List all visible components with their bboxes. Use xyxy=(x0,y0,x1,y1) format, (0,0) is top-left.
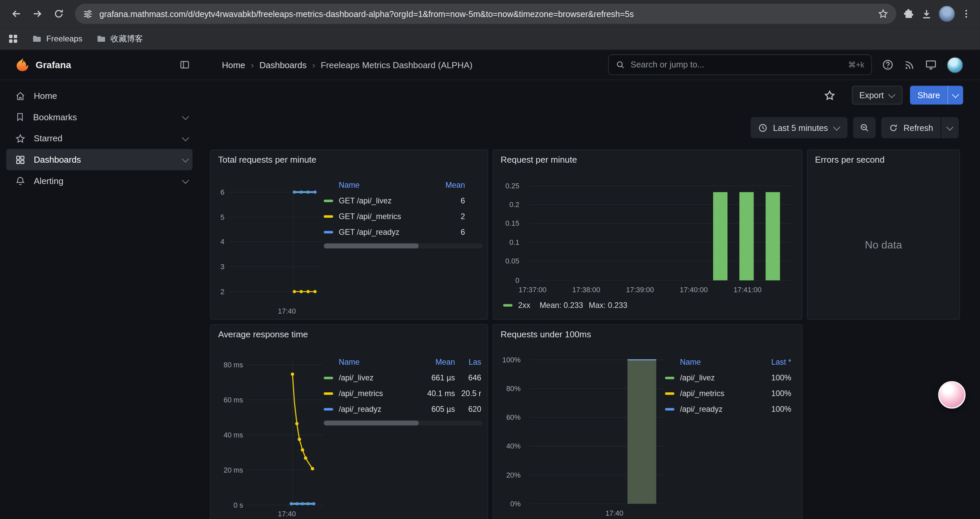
scrollbar-thumb[interactable] xyxy=(324,420,419,425)
monitor-icon[interactable] xyxy=(925,59,937,71)
legend-row[interactable]: /api/_livez 661 µs 646 xyxy=(324,370,483,385)
bookmark-folder-blogs[interactable]: 收藏博客 xyxy=(91,30,148,47)
zoom-out-icon xyxy=(859,123,869,133)
time-range-label: Last 5 minutes xyxy=(773,123,828,132)
y-tick: 40 ms xyxy=(215,431,243,439)
legend-row[interactable]: /api/_metrics 40.1 ms 20.5 r xyxy=(324,385,483,401)
legend-row[interactable]: GET /api/_readyz 6 xyxy=(324,224,483,240)
y-tick: 0.2 xyxy=(498,200,519,209)
breadcrumb-home[interactable]: Home xyxy=(222,60,245,70)
legend-row[interactable]: /api/_readyz 100% xyxy=(665,401,794,417)
refresh-button[interactable]: Refresh xyxy=(881,117,941,138)
address-bar[interactable]: grafana.mathmast.com/d/deytv4rwavabkb/fr… xyxy=(75,4,896,24)
legend-col-mean[interactable]: Mean xyxy=(418,358,455,367)
dock-sidebar-button[interactable] xyxy=(180,59,190,70)
series-name[interactable]: 2xx xyxy=(518,301,530,310)
chevron-down-icon[interactable] xyxy=(183,178,189,184)
site-settings-icon[interactable] xyxy=(83,8,93,19)
sidebar-item-starred[interactable]: Starred xyxy=(0,128,199,149)
back-button[interactable] xyxy=(6,4,26,24)
grafana-logo-icon[interactable] xyxy=(14,57,29,72)
sidebar-item-label: Dashboards xyxy=(34,155,81,164)
bookmark-star-icon[interactable] xyxy=(878,8,889,19)
share-dropdown[interactable] xyxy=(948,86,963,105)
series-color-dash xyxy=(665,376,675,379)
sidebar-item-label: Alerting xyxy=(34,176,64,186)
chevron-down-icon xyxy=(834,125,840,131)
legend-scrollbar[interactable] xyxy=(324,243,483,249)
panel-title[interactable]: Request per minute xyxy=(501,155,577,164)
x-tick: 17:40 xyxy=(268,307,305,315)
bar-chart[interactable] xyxy=(529,356,664,506)
legend-col-mean[interactable]: Mean xyxy=(426,181,465,189)
bookmark-icon xyxy=(15,112,25,122)
share-label[interactable]: Share xyxy=(910,86,947,105)
rss-icon[interactable] xyxy=(904,59,915,70)
user-avatar[interactable] xyxy=(947,57,963,73)
y-tick: 80 ms xyxy=(215,360,243,369)
forward-button[interactable] xyxy=(27,4,48,24)
x-tick: 17:38:00 xyxy=(566,285,606,294)
favorite-star-icon[interactable] xyxy=(824,89,835,101)
main-content: Export Share Last 5 minutes xyxy=(199,80,980,519)
sidebar-item-home[interactable]: Home xyxy=(0,85,199,107)
panel-title[interactable]: Errors per second xyxy=(815,155,885,164)
line-chart[interactable] xyxy=(247,360,323,510)
series-color-dash xyxy=(324,376,333,379)
legend-row[interactable]: GET /api/_livez 6 xyxy=(324,193,483,208)
legend-col-last[interactable]: Last * xyxy=(756,358,791,367)
extensions-icon[interactable] xyxy=(903,8,915,20)
bell-icon xyxy=(15,176,26,186)
bookmark-folder-freeleaps[interactable]: Freeleaps xyxy=(26,31,88,46)
downloads-icon[interactable] xyxy=(921,8,932,20)
y-tick: 20 ms xyxy=(215,466,243,474)
legend-col-name[interactable]: Name xyxy=(339,358,418,367)
legend-col-name[interactable]: Name xyxy=(339,181,426,189)
refresh-interval-dropdown[interactable] xyxy=(941,117,959,138)
chevron-down-icon[interactable] xyxy=(183,156,189,163)
sidebar-item-dashboards[interactable]: Dashboards xyxy=(6,149,192,170)
help-icon[interactable] xyxy=(882,59,894,71)
bookmark-label: 收藏博客 xyxy=(110,33,143,44)
legend-inline[interactable]: 2xx Mean: 0.233 Max: 0.233 xyxy=(503,301,627,310)
panel-title[interactable]: Average response time xyxy=(218,329,308,339)
legend-row[interactable]: /api/_livez 100% xyxy=(665,370,794,385)
legend-table: Name Mean Las /api/_livez 661 µs 646 xyxy=(324,355,483,425)
line-chart[interactable] xyxy=(228,186,322,298)
breadcrumb-current: Freeleaps Metrics Dashboard (ALPHA) xyxy=(321,60,473,70)
reload-button[interactable] xyxy=(49,4,69,24)
legend-col-last[interactable]: Las xyxy=(455,358,481,367)
y-tick: 0 s xyxy=(215,501,243,509)
scrollbar-thumb[interactable] xyxy=(324,243,419,249)
sidebar-item-label: Starred xyxy=(34,133,62,143)
share-button[interactable]: Share xyxy=(910,86,963,105)
sidebar-item-label: Bookmarks xyxy=(33,112,77,122)
zoom-out-button[interactable] xyxy=(853,117,875,138)
sidebar-item-bookmarks[interactable]: Bookmarks xyxy=(0,107,199,128)
legend-row[interactable]: GET /api/_metrics 2 xyxy=(324,208,483,224)
legend-mean: Mean: 0.233 xyxy=(540,301,583,310)
apps-grid-icon[interactable] xyxy=(7,33,19,44)
legend-scrollbar[interactable] xyxy=(324,420,483,425)
browser-profile-avatar[interactable] xyxy=(939,6,955,22)
export-button[interactable]: Export xyxy=(852,86,903,105)
legend-col-name[interactable]: Name xyxy=(680,358,757,367)
chevron-down-icon[interactable] xyxy=(183,114,189,120)
bar-chart[interactable] xyxy=(529,185,794,281)
url-text[interactable]: grafana.mathmast.com/d/deytv4rwavabkb/fr… xyxy=(99,9,878,18)
legend-row[interactable]: /api/_readyz 605 µs 620 xyxy=(324,401,483,417)
y-tick: 100% xyxy=(497,355,521,364)
forward-icon xyxy=(32,8,43,19)
legend-row[interactable]: /api/_metrics 100% xyxy=(665,385,794,401)
browser-menu-icon[interactable] xyxy=(961,9,971,19)
time-range-picker[interactable]: Last 5 minutes xyxy=(751,117,847,138)
assistant-avatar[interactable] xyxy=(938,381,965,409)
panel-title[interactable]: Requests under 100ms xyxy=(501,329,591,339)
sidebar-item-alerting[interactable]: Alerting xyxy=(0,170,199,192)
search-input[interactable]: Search or jump to... ⌘+k xyxy=(608,54,872,75)
breadcrumb-dashboards[interactable]: Dashboards xyxy=(259,60,307,70)
panel-title[interactable]: Total requests per minute xyxy=(218,155,317,164)
chevron-down-icon[interactable] xyxy=(183,135,189,142)
export-label: Export xyxy=(859,91,884,100)
y-tick: 0.15 xyxy=(498,219,519,228)
